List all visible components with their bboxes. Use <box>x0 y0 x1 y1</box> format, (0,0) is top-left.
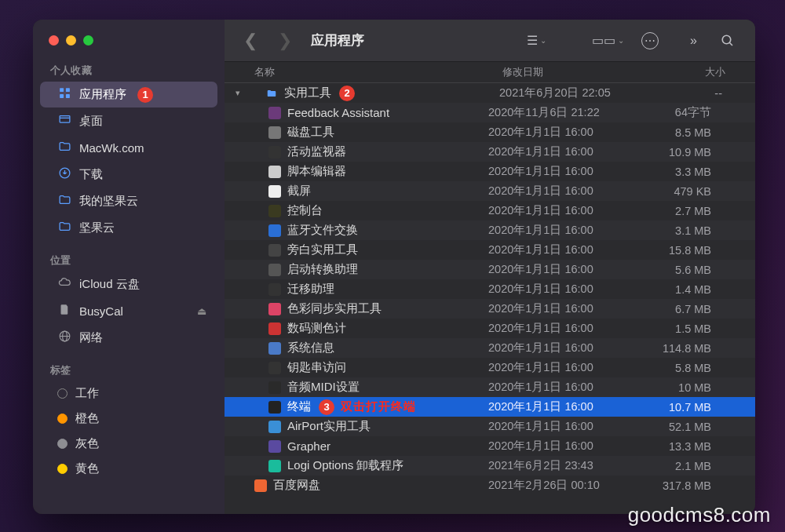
file-size: 317.8 MB <box>639 479 725 492</box>
file-size: 479 KB <box>639 185 725 198</box>
file-name: 旁白实用工具 <box>287 242 358 257</box>
file-row[interactable]: 截屏2020年1月1日 16:00479 KB <box>225 181 755 201</box>
action-button[interactable]: ⋯ <box>641 32 659 49</box>
folder-row[interactable]: ▾实用工具22021年6月20日 22:05-- <box>225 83 755 103</box>
svg-rect-3 <box>65 94 69 98</box>
sidebar: 个人收藏 应用程序1 桌面 MacWk.com 下载 我的坚果云 坚果云 位置 … <box>33 20 225 514</box>
folder-icon <box>57 193 71 210</box>
app-icon <box>267 243 283 257</box>
watermark: goodcms8.com <box>628 503 771 527</box>
app-icon <box>267 282 283 297</box>
maximize-button[interactable] <box>83 35 93 46</box>
file-size: 2.7 MB <box>639 205 725 217</box>
file-size: 13.3 MB <box>639 440 725 453</box>
group-button[interactable]: ▭▭⌄ <box>586 30 630 51</box>
file-size: 114.8 MB <box>639 342 725 355</box>
file-row[interactable]: 音频MIDI设置2020年1月1日 16:0010 MB <box>225 377 755 397</box>
sidebar-item-应用程序[interactable]: 应用程序1 <box>40 82 217 107</box>
file-date: 2020年1月1日 16:00 <box>488 242 639 257</box>
col-size[interactable]: 大小 <box>653 65 739 79</box>
app-icon <box>267 224 283 238</box>
file-row[interactable]: 钥匙串访问2020年1月1日 16:005.8 MB <box>225 358 755 377</box>
file-row[interactable]: 控制台2020年1月1日 16:002.7 MB <box>225 201 755 220</box>
file-row[interactable]: 脚本编辑器2020年1月1日 16:003.3 MB <box>225 162 755 181</box>
file-row[interactable]: 蓝牙文件交换2020年1月1日 16:003.1 MB <box>225 220 755 240</box>
file-row[interactable]: Logi Options 卸载程序2021年6月2日 23:432.1 MB <box>225 456 755 476</box>
file-row[interactable]: 磁盘工具2020年1月1日 16:008.5 MB <box>225 122 755 142</box>
sidebar-item-我的坚果云[interactable]: 我的坚果云 <box>40 188 217 214</box>
file-date: 2020年1月1日 16:00 <box>488 439 639 454</box>
file-name: 百度网盘 <box>273 478 320 493</box>
file-row[interactable]: 系统信息2020年1月1日 16:00114.8 MB <box>225 338 755 358</box>
close-button[interactable] <box>49 35 59 46</box>
file-date: 2020年1月1日 16:00 <box>488 380 639 395</box>
more-button[interactable]: » <box>684 31 703 51</box>
sidebar-item-下载[interactable]: 下载 <box>40 162 217 188</box>
file-size: 8.5 MB <box>639 126 725 139</box>
annotation-badge: 1 <box>137 87 153 103</box>
file-name: 活动监视器 <box>287 144 346 159</box>
tag-dot-icon <box>57 439 68 449</box>
section-favorites-label: 个人收藏 <box>33 60 225 81</box>
apps-icon <box>57 86 71 103</box>
view-list-button[interactable]: ☰⌄ <box>520 30 553 51</box>
file-date: 2020年1月1日 16:00 <box>488 282 639 297</box>
sidebar-tag-灰色[interactable]: 灰色 <box>40 432 217 456</box>
file-row[interactable]: 迁移助理2020年1月1日 16:001.4 MB <box>225 279 755 299</box>
svg-rect-2 <box>60 94 64 98</box>
download-icon <box>57 166 71 183</box>
disclosure-triangle[interactable]: ▾ <box>236 88 246 98</box>
file-date: 2020年1月1日 16:00 <box>488 262 639 277</box>
file-row[interactable]: AirPort实用工具2020年1月1日 16:0052.1 MB <box>225 417 755 436</box>
file-row[interactable]: 活动监视器2020年1月1日 16:0010.9 MB <box>225 142 755 162</box>
file-date: 2020年11月6日 21:22 <box>488 105 639 120</box>
file-row[interactable]: Feedback Assistant2020年11月6日 21:2264字节 <box>225 103 755 122</box>
file-date: 2020年1月1日 16:00 <box>488 360 639 375</box>
file-row[interactable]: 色彩同步实用工具2020年1月1日 16:006.7 MB <box>225 299 755 319</box>
file-name: 脚本编辑器 <box>287 164 346 179</box>
sidebar-item-坚果云[interactable]: 坚果云 <box>40 215 217 241</box>
minimize-button[interactable] <box>66 35 76 46</box>
file-list[interactable]: ▾实用工具22021年6月20日 22:05--Feedback Assista… <box>225 83 755 514</box>
app-icon <box>267 126 283 140</box>
forward-button[interactable]: ❯ <box>273 29 297 53</box>
file-date: 2020年1月1日 16:00 <box>488 223 639 238</box>
file-date: 2021年6月2日 23:43 <box>488 458 639 473</box>
file-name: 终端 <box>287 399 311 414</box>
sidebar-item-iCloud 云盘[interactable]: iCloud 云盘 <box>40 271 217 297</box>
sidebar-tag-工作[interactable]: 工作 <box>40 381 217 406</box>
file-row[interactable]: 数码测色计2020年1月1日 16:001.5 MB <box>225 319 755 338</box>
file-row[interactable]: 旁白实用工具2020年1月1日 16:0015.8 MB <box>225 240 755 260</box>
app-icon <box>267 459 283 473</box>
file-name: 启动转换助理 <box>287 262 358 277</box>
file-size: 1.4 MB <box>639 283 725 296</box>
sidebar-item-MacWk.com[interactable]: MacWk.com <box>40 135 217 161</box>
col-name[interactable]: 名称 <box>254 65 502 79</box>
sidebar-item-桌面[interactable]: 桌面 <box>40 108 217 134</box>
file-size: 3.1 MB <box>639 224 725 237</box>
search-button[interactable] <box>714 31 741 51</box>
toolbar: ❮ ❯ 应用程序 ☰⌄ ▭▭⌄ ⋯ » <box>225 20 755 62</box>
col-date[interactable]: 修改日期 <box>502 65 653 79</box>
sidebar-tag-黄色[interactable]: 黄色 <box>40 457 217 481</box>
tag-dot-icon <box>57 464 68 474</box>
file-row[interactable]: 百度网盘2021年2月26日 00:10317.8 MB <box>225 476 755 495</box>
app-icon <box>267 322 283 336</box>
file-size: 10 MB <box>639 381 725 394</box>
sidebar-item-网络[interactable]: 网络 <box>40 325 217 351</box>
section-tags-label: 标签 <box>33 359 225 381</box>
back-button[interactable]: ❮ <box>239 29 262 53</box>
file-row[interactable]: 启动转换助理2020年1月1日 16:005.6 MB <box>225 260 755 279</box>
file-date: 2020年1月1日 16:00 <box>488 164 639 179</box>
sidebar-item-label: 坚果云 <box>79 220 115 235</box>
file-date: 2020年1月1日 16:00 <box>488 125 639 140</box>
sidebar-item-BusyCal[interactable]: BusyCal⏏ <box>40 298 217 324</box>
eject-icon[interactable]: ⏏ <box>197 305 206 317</box>
annotation-badge: 3 <box>319 399 334 415</box>
sidebar-tag-橙色[interactable]: 橙色 <box>40 406 217 431</box>
svg-line-11 <box>729 42 732 46</box>
file-row[interactable]: 终端3双击打开终端2020年1月1日 16:0010.7 MB <box>225 397 755 417</box>
app-icon <box>267 400 283 414</box>
annotation-text: 双击打开终端 <box>341 399 416 414</box>
file-row[interactable]: Grapher2020年1月1日 16:0013.3 MB <box>225 436 755 456</box>
